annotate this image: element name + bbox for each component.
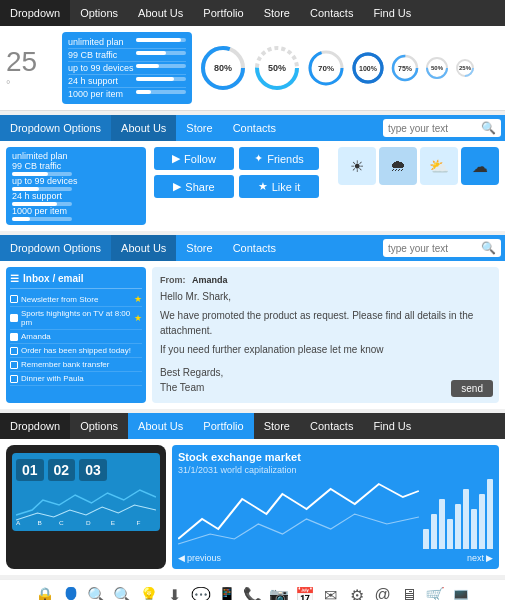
settings-icon[interactable]: ⚙ xyxy=(347,586,367,600)
star-icon-2[interactable]: ★ xyxy=(134,313,142,323)
inbox-item-1[interactable]: Newsletter from Store ★ xyxy=(10,292,142,307)
mobile-icon[interactable]: 📱 xyxy=(217,586,237,600)
nav-options-4[interactable]: Options xyxy=(70,413,128,439)
tablet-icon[interactable]: 💻 xyxy=(451,586,471,600)
calendar-icon[interactable]: 📅 xyxy=(295,586,315,600)
nav-item-dropdown-1[interactable]: Dropdown xyxy=(0,0,70,26)
nav-item-store-1[interactable]: Store xyxy=(254,0,300,26)
tablet-chart: A B C D E F xyxy=(16,485,156,525)
prev-button[interactable]: ◀ previous xyxy=(178,553,221,563)
nav-bar-2: Dropdown Options About Us Store Contacts… xyxy=(0,115,505,141)
nav-contacts-3[interactable]: Contacts xyxy=(223,235,286,261)
section1: Dropdown Options About Us Portfolio Stor… xyxy=(0,0,505,111)
search-icon-3[interactable]: 🔍 xyxy=(481,241,496,255)
stat-row-3: up to 99 devices xyxy=(68,62,186,75)
bar-2 xyxy=(431,514,437,549)
bar-6 xyxy=(463,489,469,549)
nav-store-4[interactable]: Store xyxy=(254,413,300,439)
zoom-icon[interactable]: 🔍 xyxy=(113,586,133,600)
nav-dropdown-4[interactable]: Dropdown xyxy=(0,413,70,439)
svg-text:B: B xyxy=(38,519,42,525)
user-icon[interactable]: 👤 xyxy=(61,586,81,600)
follow-button[interactable]: ▶ Follow xyxy=(154,147,234,170)
nav-contacts-2[interactable]: Contacts xyxy=(223,115,286,141)
nav-store-2[interactable]: Store xyxy=(176,115,222,141)
nav-item-options-1[interactable]: Options xyxy=(70,0,128,26)
line-chart xyxy=(178,479,419,549)
temperature-display: 25 ° xyxy=(6,46,56,90)
nav-dropdown-options-3[interactable]: Dropdown Options xyxy=(0,235,111,261)
inbox-item-3[interactable]: Amanda xyxy=(10,330,142,344)
inbox-checkbox-6[interactable] xyxy=(10,375,18,383)
circles-row: 80% 50% 70% 100% 75% xyxy=(198,43,476,93)
email-from: From: Amanda xyxy=(160,275,491,285)
inbox-checkbox-5[interactable] xyxy=(10,361,18,369)
svg-text:A: A xyxy=(16,519,21,525)
search-box-3[interactable]: 🔍 xyxy=(383,239,501,257)
inbox-checkbox-2[interactable] xyxy=(10,314,18,322)
chat-icon[interactable]: 💬 xyxy=(191,586,211,600)
inbox-item-2[interactable]: Sports highlights on TV at 8:00 pm ★ xyxy=(10,307,142,330)
share-button[interactable]: ▶ Share xyxy=(154,175,234,198)
inbox-item-4[interactable]: Order has been shipped today! xyxy=(10,344,142,358)
nav-item-portfolio-1[interactable]: Portfolio xyxy=(193,0,253,26)
friends-button[interactable]: ✦ Friends xyxy=(239,147,319,170)
nav-findus-4[interactable]: Find Us xyxy=(363,413,421,439)
inbox-item-5[interactable]: Remember bank transfer xyxy=(10,358,142,372)
circle-50: 50% xyxy=(252,43,302,93)
nav-item-contacts-1[interactable]: Contacts xyxy=(300,0,363,26)
send-button[interactable]: send xyxy=(451,380,493,397)
nav-portfolio-4[interactable]: Portfolio xyxy=(193,413,253,439)
bar-3 xyxy=(439,499,445,549)
camera-icon[interactable]: 📷 xyxy=(269,586,289,600)
download-icon[interactable]: ⬇ xyxy=(165,586,185,600)
nav-aboutus-2[interactable]: About Us xyxy=(111,115,176,141)
star-icon-1[interactable]: ★ xyxy=(134,294,142,304)
next-button[interactable]: next ▶ xyxy=(467,553,493,563)
stats-panel-1: unlimited plan 99 CB traffic up to 99 de… xyxy=(62,32,192,104)
nav-item-aboutus-1[interactable]: About Us xyxy=(128,0,193,26)
phone-icon[interactable]: 📞 xyxy=(243,586,263,600)
inbox-checkbox-4[interactable] xyxy=(10,347,18,355)
search-input-3[interactable] xyxy=(388,243,478,254)
temp-unit: ° xyxy=(6,78,56,90)
search-icon-2[interactable]: 🔍 xyxy=(481,121,496,135)
likeit-button[interactable]: ★ Like it xyxy=(239,175,319,198)
cart-icon[interactable]: 🛒 xyxy=(425,586,445,600)
nav-aboutus-4[interactable]: About Us xyxy=(128,413,193,439)
nav-store-3[interactable]: Store xyxy=(176,235,222,261)
search-box-2[interactable]: 🔍 xyxy=(383,119,501,137)
nav-contacts-4[interactable]: Contacts xyxy=(300,413,363,439)
inbox-checkbox-3[interactable] xyxy=(10,333,18,341)
nav-aboutus-3[interactable]: About Us xyxy=(111,235,176,261)
search-icon-bar[interactable]: 🔍 xyxy=(87,586,107,600)
search-input-2[interactable] xyxy=(388,123,478,134)
stock-title: Stock exchange market xyxy=(178,451,493,463)
tablet-device: 01 02 03 A B C D E F xyxy=(6,445,166,569)
email-panel: From: Amanda Hello Mr. Shark, We have pr… xyxy=(152,267,499,403)
circle-75: 75% xyxy=(390,53,420,83)
inbox-checkbox-1[interactable] xyxy=(10,295,18,303)
stat-row-4: 24 h support xyxy=(68,75,186,88)
inbox-header: ☰ Inbox / email xyxy=(10,271,142,289)
stock-charts xyxy=(178,479,493,549)
svg-text:C: C xyxy=(59,519,64,525)
nav-item-findus-1[interactable]: Find Us xyxy=(363,0,421,26)
overcast-icon: ☁ xyxy=(472,157,488,176)
nav-dropdown-options-2[interactable]: Dropdown Options xyxy=(0,115,111,141)
inbox-item-6[interactable]: Dinner with Paula xyxy=(10,372,142,386)
stat2-row-2: 99 CB traffic xyxy=(12,161,140,176)
stat2-row-3: up to 99 devices xyxy=(12,176,140,191)
stock-panel: Stock exchange market 31/1/2031 world ca… xyxy=(172,445,499,569)
circle-25: 25% xyxy=(454,57,476,79)
weather-tile-overcast: ☁ xyxy=(461,147,499,185)
idea-icon[interactable]: 💡 xyxy=(139,586,159,600)
rain-icon: 🌧 xyxy=(390,157,406,175)
monitor-icon[interactable]: 🖥 xyxy=(399,586,419,600)
message-icon[interactable]: ✉ xyxy=(321,586,341,600)
stock-subtitle: 31/1/2031 world capitalization xyxy=(178,465,493,475)
weather-box: ☀ 🌧 ⛅ ☁ xyxy=(338,147,499,225)
stats-panel-2: unlimited plan 99 CB traffic up to 99 de… xyxy=(6,147,146,225)
lock-icon[interactable]: 🔒 xyxy=(35,586,55,600)
at-icon[interactable]: @ xyxy=(373,586,393,600)
